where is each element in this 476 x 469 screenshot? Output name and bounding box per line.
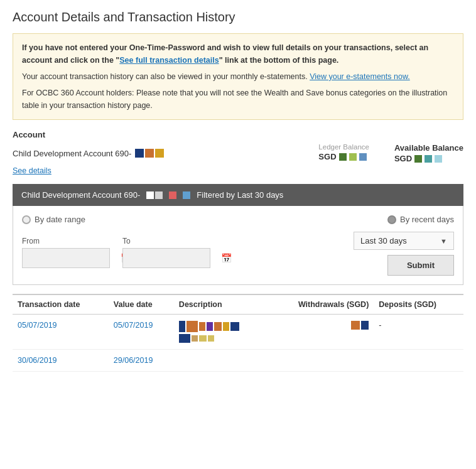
filter-bar-text: Filtered by Last 30 days — [197, 190, 283, 200]
table-row: 05/07/2019 05/07/2019 — [13, 315, 463, 350]
account-row: Child Development Account 690- Ledger Ba… — [13, 143, 463, 163]
dropdown-arrow-icon: ▼ — [440, 237, 447, 245]
desc-blocks-row2 — [179, 334, 262, 343]
to-date-col: To 📅 — [122, 237, 210, 268]
th-value-date: Value date — [109, 294, 174, 315]
available-balance-label: Available Balance — [394, 143, 463, 153]
desc-block-1d — [207, 322, 213, 331]
date-row: From 📅 To 📅 — [22, 237, 210, 268]
from-label: From — [22, 237, 110, 245]
th-transaction-date: Transaction date — [13, 294, 109, 315]
desc-block-2a — [179, 334, 190, 343]
recent-days-area: Last 30 days ▼ Submit — [354, 232, 454, 276]
from-date-col: From 📅 — [22, 237, 110, 268]
value-date-1: 05/07/2019 — [109, 315, 174, 350]
account-block-1 — [135, 149, 144, 158]
account-section-label: Account — [13, 130, 463, 139]
desc-block-1e — [214, 322, 222, 331]
radio-recent-days-label: By recent days — [400, 215, 454, 224]
filter-bar: Child Development Account 690- Filtered … — [13, 184, 463, 206]
from-date-input-wrap[interactable]: 📅 — [22, 248, 110, 268]
deposits-1: - — [374, 315, 463, 350]
deposits-2 — [374, 350, 463, 372]
ledger-balance-col: Ledger Balance SGD — [318, 143, 369, 163]
th-description: Description — [174, 294, 267, 315]
radio-recent-days-circle[interactable] — [387, 215, 396, 224]
th-withdrawals: Withdrawals (SGD) — [267, 294, 374, 315]
available-balance-value: SGD — [394, 154, 442, 163]
filter-block-2 — [155, 191, 163, 199]
from-date-input[interactable] — [26, 254, 121, 262]
withdrawals-1 — [267, 315, 374, 350]
ledger-block-2 — [349, 153, 357, 161]
to-date-input-wrap[interactable]: 📅 — [122, 248, 210, 268]
available-block-2 — [425, 155, 432, 163]
desc-block-2b — [192, 335, 198, 342]
filter-block-3 — [169, 191, 176, 199]
radio-date-range-label: By date range — [35, 215, 85, 224]
radio-by-recent-days[interactable]: By recent days — [387, 215, 454, 224]
dropdown-value: Last 30 days — [360, 236, 407, 245]
value-date-2: 29/06/2019 — [109, 350, 174, 372]
page-title: Account Details and Transaction History — [13, 10, 463, 24]
radio-row: By date range By recent days — [22, 215, 454, 224]
withdrawal-blocks — [272, 321, 369, 330]
account-color-blocks — [135, 149, 164, 158]
description-1 — [174, 315, 267, 350]
filter-bar-account: Child Development Account 690- — [21, 190, 140, 200]
account-name-area: Child Development Account 690- — [13, 149, 164, 158]
description-2 — [174, 350, 267, 372]
th-deposits: Deposits (SGD) — [374, 294, 463, 315]
account-block-3 — [155, 149, 164, 158]
radio-by-date-range[interactable]: By date range — [22, 215, 85, 224]
transaction-table: Transaction date Value date Description … — [13, 294, 463, 372]
see-full-transaction-link[interactable]: See full transaction details — [119, 56, 219, 65]
account-block-2 — [145, 149, 154, 158]
desc-blocks-row1 — [179, 321, 262, 332]
view-estatements-link[interactable]: View your e-statements now. — [310, 72, 410, 81]
notice-box: If you have not entered your One-Time-Pa… — [13, 33, 463, 120]
to-calendar-icon[interactable]: 📅 — [221, 253, 231, 263]
see-details-link[interactable]: See details — [13, 166, 51, 175]
filter-block-4 — [183, 191, 190, 199]
ledger-block-3 — [359, 153, 367, 161]
w-block-1 — [351, 321, 360, 330]
desc-block-1g — [230, 322, 239, 331]
filter-bar-blocks — [146, 191, 163, 199]
table-header-row: Transaction date Value date Description … — [13, 294, 463, 315]
notice-line2: Your account transaction history can als… — [22, 70, 454, 83]
ledger-balance-value: SGD — [318, 152, 366, 161]
available-block-1 — [414, 155, 422, 163]
to-label: To — [122, 237, 210, 245]
available-block-3 — [435, 155, 442, 163]
desc-block-1c — [199, 322, 205, 331]
table-row: 30/06/2019 29/06/2019 — [13, 350, 463, 372]
desc-block-2d — [208, 335, 214, 342]
desc-block-2c — [199, 335, 207, 342]
desc-block-1b — [187, 321, 198, 332]
available-balance-col: Available Balance SGD — [394, 143, 463, 163]
balance-area: Ledger Balance SGD Available Balance SGD — [318, 143, 463, 163]
w-block-2 — [361, 321, 369, 330]
desc-block-1f — [223, 322, 229, 331]
ledger-block-1 — [339, 153, 347, 161]
filter-block-1 — [146, 191, 154, 199]
account-name: Child Development Account 690- — [13, 149, 131, 158]
radio-date-range-circle[interactable] — [22, 215, 31, 224]
desc-block-1a — [179, 321, 185, 332]
notice-bold-text: If you have not entered your One-Time-Pa… — [22, 43, 428, 65]
to-date-input[interactable] — [127, 254, 221, 262]
transaction-date-1: 05/07/2019 — [13, 315, 109, 350]
transaction-date-2: 30/06/2019 — [13, 350, 109, 372]
recent-days-dropdown[interactable]: Last 30 days ▼ — [354, 232, 454, 250]
withdrawals-2 — [267, 350, 374, 372]
ledger-balance-label: Ledger Balance — [318, 143, 369, 151]
submit-button[interactable]: Submit — [387, 255, 454, 276]
notice-line3: For OCBC 360 Account holders: Please not… — [22, 87, 454, 112]
filter-section: By date range By recent days From 📅 To — [13, 206, 463, 285]
